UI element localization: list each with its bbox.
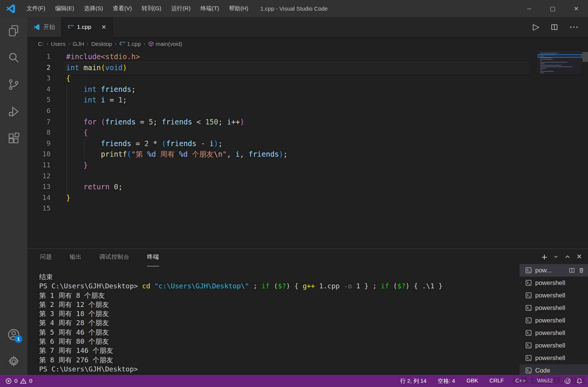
line-number[interactable]: 1 xyxy=(27,51,51,62)
line-number[interactable]: 4 xyxy=(27,84,51,95)
status-cursor-position[interactable]: 行 2, 列 14 xyxy=(400,378,427,385)
menu-item[interactable]: 终端(T) xyxy=(196,3,224,14)
line-number[interactable]: 10 xyxy=(27,149,51,160)
notifications-bell-icon[interactable] xyxy=(576,378,583,384)
menu-item[interactable]: 选择(S) xyxy=(79,3,108,14)
terminal-line: PS C:\Users\GJH\Desktop> cd "c:\Users\GJ… xyxy=(39,282,517,291)
new-terminal-button[interactable]: + xyxy=(542,253,547,261)
maximize-button[interactable]: ▢ xyxy=(541,0,564,17)
menu-item[interactable]: 转到(G) xyxy=(137,3,166,14)
status-eol[interactable]: CRLF xyxy=(490,378,504,385)
menu-item[interactable]: 帮助(H) xyxy=(224,3,253,14)
line-number[interactable]: 9 xyxy=(27,138,51,149)
code-line[interactable]: 13 return 0; xyxy=(27,181,588,192)
minimap[interactable] xyxy=(538,50,582,74)
breadcrumb-item[interactable]: GJH xyxy=(73,41,84,47)
status-indentation[interactable]: 空格: 4 xyxy=(438,378,455,385)
more-actions-icon[interactable]: ⋯ xyxy=(569,22,579,32)
code-line[interactable]: 9 friends = 2 * (friends - i); xyxy=(27,138,588,149)
terminal-icon xyxy=(525,355,532,361)
code-line[interactable]: 8 { xyxy=(27,127,588,138)
maximize-panel-icon[interactable] xyxy=(564,254,571,260)
breadcrumb-label: GJH xyxy=(73,41,84,47)
terminal-list-item[interactable]: powershell xyxy=(520,289,588,302)
split-editor-icon[interactable] xyxy=(551,24,558,31)
menu-item[interactable]: 查看(V) xyxy=(108,3,137,14)
terminal-list-item[interactable]: powershell xyxy=(520,352,588,364)
code-line[interactable]: 6 xyxy=(27,105,588,116)
line-number[interactable]: 6 xyxy=(27,105,51,116)
breadcrumb-label: 1.cpp xyxy=(127,41,141,47)
panel-tab-item[interactable]: 调试控制台 xyxy=(99,253,130,266)
panel-tab-terminal-active[interactable]: 终端 xyxy=(147,253,159,266)
line-number[interactable]: 2 xyxy=(27,62,51,73)
terminal-list-item[interactable]: powershell xyxy=(520,277,588,289)
breadcrumb-item[interactable]: Desktop xyxy=(91,41,112,47)
tab-label: 1.cpp xyxy=(77,24,91,30)
code-line[interactable]: 7 for (friends = 5; friends < 150; i++) xyxy=(27,116,588,127)
menu-item[interactable]: 编辑(E) xyxy=(50,3,79,14)
search-icon[interactable] xyxy=(0,44,27,71)
menu-item[interactable]: 运行(R) xyxy=(166,3,196,14)
code-line[interactable]: 15 xyxy=(27,203,588,214)
status-platform[interactable]: Win32 xyxy=(537,378,553,385)
terminal-dropdown-icon[interactable] xyxy=(553,254,558,259)
tab-1cpp[interactable]: C++ 1.cpp ✕ xyxy=(62,17,113,37)
terminal-list-item[interactable]: powershell xyxy=(520,339,588,352)
tab-welcome[interactable]: 开始 xyxy=(27,17,62,37)
menu-item[interactable]: 文件(F) xyxy=(22,3,50,14)
code-text: { xyxy=(66,73,70,84)
terminal-icon xyxy=(525,317,532,324)
terminal-list-item[interactable]: powershell xyxy=(520,314,588,327)
kill-terminal-icon[interactable] xyxy=(579,267,584,273)
code-line[interactable]: 12 xyxy=(27,171,588,182)
line-number[interactable]: 13 xyxy=(27,181,51,192)
status-language-mode[interactable]: C++ xyxy=(515,378,525,385)
code-line[interactable]: 1#include<stdio.h> xyxy=(27,51,588,62)
code-line[interactable]: 3{ xyxy=(27,73,588,84)
split-terminal-icon[interactable] xyxy=(569,267,575,273)
terminal-output[interactable]: 结束PS C:\Users\GJH\Desktop> cd "c:\Users\… xyxy=(39,272,517,374)
code-line[interactable]: 14} xyxy=(27,192,588,203)
breadcrumb-item[interactable]: main(void) xyxy=(148,41,182,47)
code-line[interactable]: 11 } xyxy=(27,160,588,171)
feedback-smiley-icon[interactable] xyxy=(564,378,571,384)
terminal-list-item[interactable]: powershell xyxy=(520,327,588,339)
line-number[interactable]: 3 xyxy=(27,73,51,84)
terminal-list-item[interactable]: Code xyxy=(520,364,588,375)
line-number[interactable]: 15 xyxy=(27,203,51,214)
extensions-icon[interactable] xyxy=(0,125,27,152)
run-file-button[interactable]: ▷ xyxy=(533,23,539,31)
terminal-list-item[interactable]: pow... xyxy=(520,264,588,277)
minimize-button[interactable]: ─ xyxy=(517,0,541,17)
close-button[interactable]: ✕ xyxy=(564,0,588,17)
run-and-debug-icon[interactable] xyxy=(0,98,27,125)
terminal-list-item[interactable]: powershell xyxy=(520,302,588,314)
minimap-line xyxy=(540,53,558,53)
panel-tab-item[interactable]: 输出 xyxy=(70,253,82,266)
breadcrumb-item[interactable]: Users xyxy=(51,41,66,47)
breadcrumb-item[interactable]: C: xyxy=(38,41,44,47)
code-line[interactable]: 10 printf("第 %d 周有 %d 个朋友\n", i, friends… xyxy=(27,149,588,160)
line-number[interactable]: 7 xyxy=(27,116,51,127)
accounts-icon[interactable]: 1 xyxy=(0,321,27,348)
close-panel-icon[interactable]: ✕ xyxy=(577,253,582,261)
line-number[interactable]: 11 xyxy=(27,160,51,171)
code-line[interactable]: 4 int friends; xyxy=(27,84,588,95)
tab-close-icon[interactable]: ✕ xyxy=(101,24,106,31)
breadcrumb-item[interactable]: C++1.cpp xyxy=(119,41,141,47)
code-line[interactable]: 2int main(void) xyxy=(27,62,588,73)
panel-tab-item[interactable]: 问题 xyxy=(40,253,52,266)
source-control-icon[interactable] xyxy=(0,71,27,98)
problems-status[interactable]: 0 0 xyxy=(5,378,32,384)
editor-scrollbar[interactable] xyxy=(582,52,588,62)
status-encoding[interactable]: GBK xyxy=(466,378,478,385)
explorer-icon[interactable] xyxy=(0,17,27,44)
line-number[interactable]: 8 xyxy=(27,127,51,138)
line-number[interactable]: 5 xyxy=(27,94,51,105)
line-number[interactable]: 12 xyxy=(27,171,51,182)
settings-gear-icon[interactable] xyxy=(0,348,27,375)
code-editor[interactable]: 1#include<stdio.h>2int main(void)3{4 int… xyxy=(27,50,588,249)
line-number[interactable]: 14 xyxy=(27,192,51,203)
code-line[interactable]: 5 int i = 1; xyxy=(27,94,588,105)
